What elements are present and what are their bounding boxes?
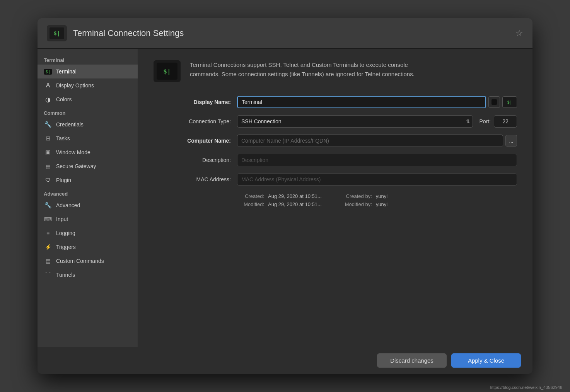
description-row: Description:: [154, 154, 517, 166]
sidebar-item-colors-label: Colors: [56, 96, 72, 102]
created-row: Created: Aug 29, 2020 at 10:51...: [237, 193, 322, 199]
port-input[interactable]: [494, 115, 517, 128]
display-name-row: Display Name: $|: [154, 96, 517, 108]
advanced-icon: 🔧: [44, 201, 52, 210]
display-name-label: Display Name:: [154, 99, 231, 105]
sidebar-item-tunnels[interactable]: ⌒ Tunnels: [38, 268, 138, 282]
created-value: Aug 29, 2020 at 10:51...: [268, 193, 322, 199]
tunnels-icon: ⌒: [44, 271, 52, 279]
sidebar-item-window-mode[interactable]: ▣ Window Mode: [38, 145, 138, 159]
apply-close-button[interactable]: Apply & Close: [451, 353, 521, 368]
sidebar-item-logging-label: Logging: [56, 230, 75, 236]
sidebar-item-custom-commands[interactable]: ▤ Custom Commands: [38, 254, 138, 268]
display-options-icon: A: [44, 81, 52, 90]
sidebar-item-window-mode-label: Window Mode: [56, 149, 90, 155]
connection-type-label: Connection Type:: [154, 118, 231, 124]
display-name-wrapper: $|: [237, 96, 517, 108]
created-by-row: Created by: yunyi: [345, 193, 387, 199]
sidebar-section-advanced: Advanced: [38, 187, 138, 198]
sidebar-section-common: Common: [38, 106, 138, 118]
colors-icon: ◑: [44, 95, 52, 104]
created-label: Created:: [237, 193, 264, 199]
sidebar-item-terminal[interactable]: $| Terminal: [38, 65, 138, 78]
sidebar-item-input-label: Input: [56, 216, 68, 222]
display-name-input[interactable]: [237, 96, 486, 108]
metadata-left-col: Created: Aug 29, 2020 at 10:51... Modifi…: [237, 193, 322, 207]
created-by-value: yunyi: [376, 193, 387, 199]
modified-value: Aug 29, 2020 at 10:51...: [268, 201, 322, 207]
url-bar: https://blog.csdn.net/weixin_43562948: [490, 385, 562, 390]
sidebar-item-plugin-label: Plugin: [56, 177, 71, 183]
created-by-label: Created by:: [345, 193, 372, 199]
credentials-icon: 🔧: [44, 120, 52, 129]
computer-name-wrapper: ...: [237, 135, 517, 147]
sidebar-item-custom-commands-label: Custom Commands: [56, 258, 104, 264]
secure-gateway-icon: ▤: [44, 162, 52, 170]
sidebar-item-triggers-label: Triggers: [56, 244, 76, 250]
dialog-title: Terminal Connection Settings: [73, 28, 515, 38]
header-app-icon: $|: [47, 25, 67, 41]
sidebar-item-tasks[interactable]: ⊟ Tasks: [38, 131, 138, 145]
metadata-section: Created: Aug 29, 2020 at 10:51... Modifi…: [154, 193, 517, 207]
computer-name-input[interactable]: [237, 135, 503, 147]
input-icon: ⌨: [44, 215, 52, 223]
sidebar-item-display-options-label: Display Options: [56, 82, 94, 89]
header-icon-text: $|: [54, 30, 60, 36]
sidebar-section-terminal: Terminal: [38, 53, 138, 65]
window-mode-icon: ▣: [44, 148, 52, 157]
logging-icon: ≡: [44, 229, 52, 237]
sidebar-item-tunnels-label: Tunnels: [56, 272, 75, 278]
sidebar-item-advanced[interactable]: 🔧 Advanced: [38, 198, 138, 212]
sidebar-item-secure-gateway-label: Secure Gateway: [56, 163, 96, 169]
sidebar-item-input[interactable]: ⌨ Input: [38, 212, 138, 226]
description-input[interactable]: [237, 154, 517, 166]
sidebar-item-plugin[interactable]: 🛡 Plugin: [38, 173, 138, 187]
modified-row: Modified: Aug 29, 2020 at 10:51...: [237, 201, 322, 207]
port-wrapper: Port:: [479, 115, 517, 128]
mac-address-label: MAC Address:: [154, 176, 231, 182]
sidebar: Terminal $| Terminal A Display Options ◑…: [38, 49, 138, 347]
browse-button[interactable]: ...: [505, 135, 517, 147]
metadata-right-col: Created by: yunyi Modified by: yunyi: [345, 193, 387, 207]
dialog-body: Terminal $| Terminal A Display Options ◑…: [38, 49, 532, 347]
info-terminal-icon: $|: [154, 60, 181, 82]
form-section: Display Name: $| Connection Type:: [154, 96, 517, 186]
sidebar-item-triggers[interactable]: ⚡ Triggers: [38, 240, 138, 254]
terminal-icon: $|: [44, 67, 52, 76]
sidebar-item-logging[interactable]: ≡ Logging: [38, 226, 138, 240]
connection-type-select-wrapper: SSH Connection Telnet Connection Custom …: [237, 115, 473, 128]
modified-by-label: Modified by:: [345, 201, 372, 207]
modified-by-row: Modified by: yunyi: [345, 201, 387, 207]
port-label: Port:: [479, 118, 491, 124]
connection-type-select[interactable]: SSH Connection Telnet Connection Custom …: [237, 115, 473, 128]
triggers-icon: ⚡: [44, 243, 52, 251]
tasks-icon: ⊟: [44, 134, 52, 143]
dialog-header: $| Terminal Connection Settings ☆: [38, 18, 532, 49]
modified-by-value: yunyi: [376, 201, 387, 207]
connection-type-row: Connection Type: SSH Connection Telnet C…: [154, 115, 517, 128]
main-content: $| Terminal Connections support SSH, Tel…: [138, 49, 532, 347]
sidebar-item-advanced-label: Advanced: [56, 202, 80, 208]
computer-name-row: Computer Name: ...: [154, 135, 517, 147]
mac-address-input[interactable]: [237, 173, 517, 186]
plugin-icon: 🛡: [44, 176, 52, 184]
sidebar-item-credentials[interactable]: 🔧 Credentials: [38, 118, 138, 131]
computer-name-label: Computer Name:: [154, 138, 231, 144]
custom-commands-icon: ▤: [44, 257, 52, 265]
discard-changes-button[interactable]: Discard changes: [377, 353, 447, 368]
favorite-star-icon[interactable]: ☆: [515, 28, 523, 38]
info-section: $| Terminal Connections support SSH, Tel…: [154, 60, 517, 82]
terminal-connection-settings-dialog: $| Terminal Connection Settings ☆ Termin…: [38, 18, 532, 374]
sidebar-item-terminal-label: Terminal: [56, 68, 77, 75]
sidebar-item-credentials-label: Credentials: [56, 121, 84, 128]
sidebar-item-secure-gateway[interactable]: ▤ Secure Gateway: [38, 159, 138, 173]
sidebar-item-colors[interactable]: ◑ Colors: [38, 92, 138, 106]
terminal-icon-button[interactable]: $|: [502, 96, 517, 108]
color-swatch-button[interactable]: [488, 96, 500, 108]
mac-address-row: MAC Address:: [154, 173, 517, 186]
sidebar-item-tasks-label: Tasks: [56, 135, 70, 141]
connection-type-wrapper: SSH Connection Telnet Connection Custom …: [237, 115, 517, 128]
info-description-text: Terminal Connections support SSH, Telnet…: [190, 60, 437, 79]
sidebar-item-display-options[interactable]: A Display Options: [38, 78, 138, 92]
dialog-footer: Discard changes Apply & Close: [38, 347, 532, 374]
